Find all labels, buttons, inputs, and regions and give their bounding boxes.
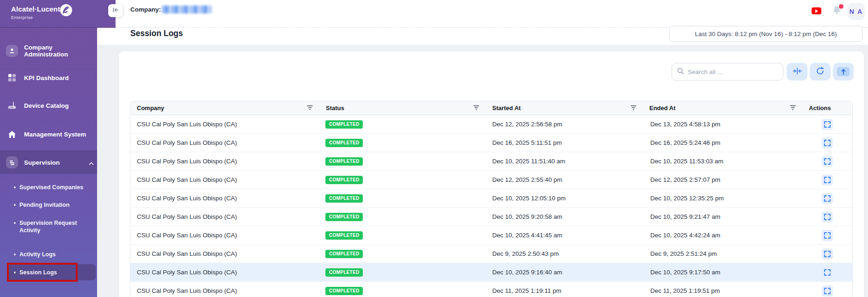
brand-subtitle: Enterprise [11,15,33,20]
status-badge: COMPLETED [325,287,363,295]
started-at-cell: Dec 9, 2025 2:50:43 pm [492,250,559,257]
notification-dot [839,4,844,9]
column-header-company[interactable]: Company [130,101,319,115]
started-at-cell: Dec 11, 2025 1:19:11 pm [492,287,562,294]
expand-row-button[interactable] [822,193,833,204]
company-name-redacted [162,6,212,13]
router-icon [6,99,18,111]
started-at-cell: Dec 10, 2025 9:16:40 am [492,269,562,276]
grid-icon [6,72,18,84]
sidebar-item-session-logs[interactable]: Session Logs [19,269,57,276]
column-header-status[interactable]: Status [319,101,486,115]
filter-icon[interactable] [630,105,636,111]
table-row[interactable]: CSU Cal Poly San Luis Obispo (CA) COMPLE… [130,134,852,152]
started-at-cell: Dec 10, 2025 9:20:58 am [492,213,562,220]
status-badge: COMPLETED [325,120,363,129]
sidebar-item-management-system[interactable]: Management System [0,125,97,143]
company-cell: CSU Cal Poly San Luis Obispo (CA) [137,176,237,183]
started-at-cell: Dec 10, 2025 12:05:10 pm [492,195,566,202]
sidebar-item-label: KPI Dashboard [24,74,69,81]
sidebar-item-supervised-companies[interactable]: Supervised Companies [19,184,83,191]
refresh-icon [816,67,825,77]
ended-at-cell: Dec 10, 2025 12:35:25 pm [650,195,724,202]
ended-at-cell: Dec 10, 2025 9:21:47 am [650,213,721,220]
status-badge: COMPLETED [325,213,363,221]
sidebar-item-supervision[interactable]: Supervision [0,153,97,172]
sidebar-item-company-administration[interactable]: Company Administration [0,42,97,60]
home-icon [6,128,18,140]
ended-at-cell: Dec 12, 2025 2:57:07 pm [650,176,721,183]
started-at-cell: Dec 12, 2025 2:56:58 pm [492,121,562,128]
company-cell: CSU Cal Poly San Luis Obispo (CA) [137,121,237,128]
expand-row-button[interactable] [822,137,833,148]
expand-row-button[interactable] [822,285,833,297]
date-range-picker[interactable]: Last 30 Days: 8:12 pm (Nov 16) - 8:12 pm… [669,26,862,42]
search-input[interactable] [688,68,778,75]
started-at-cell: Dec 10, 2025 4:41:45 am [492,232,562,239]
collapse-columns-button[interactable] [787,63,807,80]
ended-at-cell: Dec 10, 2025 9:17:50 am [650,269,721,276]
company-cell: CSU Cal Poly San Luis Obispo (CA) [137,158,237,165]
status-badge: COMPLETED [325,231,363,240]
ended-at-cell: Dec 9, 2025 2:51:24 pm [650,250,717,257]
ended-at-cell: Dec 11, 2025 1:19:51 pm [650,287,720,294]
refresh-button[interactable] [810,63,831,80]
ended-at-cell: Dec 10, 2025 11:53:03 am [650,158,723,165]
ale-logo-icon [59,3,73,19]
collapse-columns-icon [793,67,802,76]
expand-row-button[interactable] [822,211,833,223]
started-at-cell: Dec 10, 2025 11:51:40 am [492,158,565,165]
column-header-ended-at[interactable]: Ended At [643,101,802,115]
expand-row-button[interactable] [822,174,833,186]
ended-at-cell: Dec 10, 2025 4:42:24 am [650,232,721,239]
status-badge: COMPLETED [325,139,363,147]
top-bar [0,0,868,28]
sidebar-item-kpi-dashboard[interactable]: KPI Dashboard [0,68,97,87]
brand-name: Alcatel·Lucent [11,5,60,13]
youtube-icon[interactable] [812,7,821,14]
expand-row-button[interactable] [822,267,833,278]
search-icon [677,68,684,76]
sidebar-item-activity-logs[interactable]: Activity Logs [19,251,56,258]
table-header-row: Company Status Started At Ended At Actio… [130,101,852,115]
expand-row-button[interactable] [822,248,833,260]
expand-row-button[interactable] [822,119,833,130]
chevron-up-icon [89,159,94,167]
sidebar-item-device-catalog[interactable]: Device Catalog [0,96,97,115]
table-row[interactable]: CSU Cal Poly San Luis Obispo (CA) COMPLE… [130,152,852,171]
table-row[interactable]: CSU Cal Poly San Luis Obispo (CA) COMPLE… [130,226,852,245]
company-cell: CSU Cal Poly San Luis Obispo (CA) [137,250,237,257]
company-label: Company: [130,6,161,13]
notifications-bell-icon[interactable] [832,5,844,17]
search-box [672,63,783,80]
company-cell: CSU Cal Poly San Luis Obispo (CA) [137,232,237,239]
sidebar-header-divider [0,27,116,28]
filter-icon[interactable] [473,105,479,111]
status-badge: COMPLETED [325,157,363,166]
column-header-started-at[interactable]: Started At [486,101,643,115]
filter-icon[interactable] [790,105,796,111]
table-row[interactable]: CSU Cal Poly San Luis Obispo (CA) COMPLE… [130,171,852,189]
sidebar-item-pending-invitation[interactable]: Pending Invitation [19,201,69,209]
sidebar-collapse-button[interactable] [108,4,123,17]
sidebar-item-supervision-request-activity[interactable]: Supervision Request Activity [19,219,77,234]
table-row[interactable]: CSU Cal Poly San Luis Obispo (CA) COMPLE… [130,282,852,297]
table-row[interactable]: CSU Cal Poly San Luis Obispo (CA) COMPLE… [130,208,852,226]
user-avatar[interactable]: N A [848,3,865,20]
ended-at-cell: Dec 13, 2025 4:58:13 pm [650,121,721,128]
filter-icon[interactable] [307,105,313,111]
table-row[interactable]: CSU Cal Poly San Luis Obispo (CA) COMPLE… [130,245,852,263]
table-body: CSU Cal Poly San Luis Obispo (CA) COMPLE… [130,115,852,297]
page-title: Session Logs [130,29,183,38]
export-button[interactable] [833,63,854,80]
table-row[interactable]: CSU Cal Poly San Luis Obispo (CA) COMPLE… [130,115,852,134]
brand-logo-block: Alcatel·Lucent Enterprise [0,0,116,28]
sidebar-item-label: Device Catalog [24,102,69,109]
status-badge: COMPLETED [325,176,363,184]
table-row[interactable]: CSU Cal Poly San Luis Obispo (CA) COMPLE… [130,263,852,282]
expand-row-button[interactable] [822,156,833,167]
started-at-cell: Dec 16, 2025 5:11:51 pm [492,139,562,146]
expand-row-button[interactable] [822,230,833,241]
sidebar-item-label: Management System [24,131,86,138]
table-row[interactable]: CSU Cal Poly San Luis Obispo (CA) COMPLE… [130,189,852,208]
